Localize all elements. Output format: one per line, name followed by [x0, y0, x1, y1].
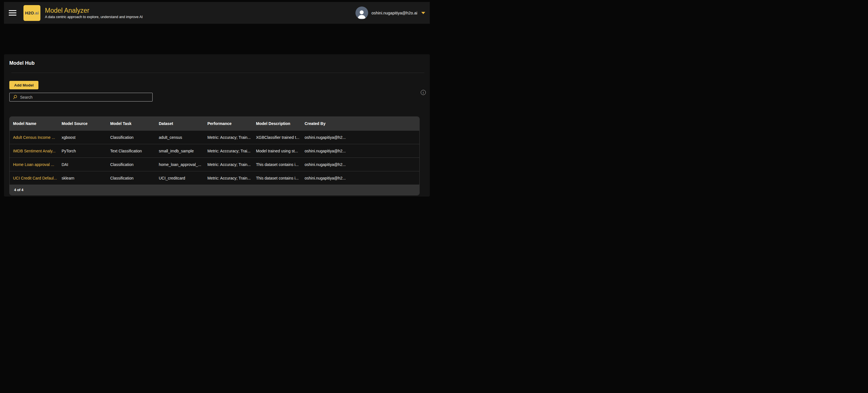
table-row: Home Loan approval ... DAI Classificatio… [10, 157, 419, 171]
model-name-link[interactable]: IMDB Sentiment Analy... [10, 149, 58, 153]
h2o-logo[interactable]: H2O.ai [24, 5, 40, 21]
model-hub-panel: Model Hub Add Model i Model Name Model S… [4, 54, 430, 196]
logo-brand-text: H2O [25, 10, 34, 15]
search-icon [13, 95, 18, 99]
col-header-model-description: Model Description [253, 121, 301, 126]
hamburger-bar [9, 10, 17, 11]
person-icon [356, 8, 367, 19]
table-header-row: Model Name Model Source Model Task Datas… [10, 117, 419, 130]
model-description-cell: This dataset contains i... [253, 176, 301, 180]
top-bar: H2O.ai Model Analyzer A data centric app… [4, 2, 430, 24]
app-subtitle: A data centric approach to explore, unde… [45, 15, 143, 19]
info-icon[interactable]: i [421, 90, 426, 95]
model-task-cell: Classification [107, 162, 155, 167]
dataset-cell: UCI_creditcard [155, 176, 204, 180]
row-count: 4 of 4 [14, 188, 24, 192]
col-header-created-by: Created By [301, 121, 350, 126]
model-description-cell: This dataset contains i... [253, 162, 301, 167]
model-task-cell: Text Classification [107, 149, 155, 153]
avatar [355, 6, 368, 19]
model-name-link[interactable]: UCI Credit Card Defaul... [10, 176, 58, 180]
performance-cell: Metric: Accuracy; Train... [204, 176, 253, 180]
hamburger-bar [9, 15, 17, 16]
user-email: oshini.nugapitiya@h2o.ai [372, 11, 417, 15]
dataset-cell: small_imdb_sample [155, 149, 204, 153]
col-header-model-name: Model Name [10, 121, 58, 126]
model-task-cell: Classification [107, 176, 155, 180]
model-name-link[interactable]: Home Loan approval ... [10, 162, 58, 167]
model-description-cell: Model trained using st... [253, 149, 301, 153]
app-title-block: Model Analyzer A data centric approach t… [45, 7, 143, 19]
model-name-link[interactable]: Adult Census Income ... [10, 135, 58, 140]
model-task-cell: Classification [107, 135, 155, 140]
model-source-cell: sklearn [58, 176, 107, 180]
created-by-cell: oshini.nugapitiya@h2... [301, 135, 350, 140]
chevron-down-icon[interactable] [421, 12, 425, 14]
col-header-performance: Performance [204, 121, 253, 126]
page-title: Model Hub [9, 54, 424, 66]
created-by-cell: oshini.nugapitiya@h2... [301, 149, 350, 153]
add-model-button[interactable]: Add Model [9, 81, 38, 89]
app-screen: H2O.ai Model Analyzer A data centric app… [0, 0, 434, 196]
model-description-cell: XGBClassifier trained t... [253, 135, 301, 140]
models-table: Model Name Model Source Model Task Datas… [9, 117, 420, 195]
table-footer: 4 of 4 [10, 185, 419, 195]
table-row: Adult Census Income ... xgboost Classifi… [10, 130, 419, 144]
app-title: Model Analyzer [45, 7, 143, 14]
table-row: IMDB Sentiment Analy... PyTorch Text Cla… [10, 144, 419, 157]
logo-suffix-text: .ai [34, 10, 39, 15]
performance-cell: Metric: Accuracy; Train... [204, 135, 253, 140]
search-input[interactable] [20, 95, 149, 99]
model-source-cell: DAI [58, 162, 107, 167]
search-box[interactable] [9, 93, 153, 101]
dataset-cell: home_loan_approval_... [155, 162, 204, 167]
performance-cell: Metric: Accuracy; Train... [204, 162, 253, 167]
model-source-cell: PyTorch [58, 149, 107, 153]
performance-cell: Metric: Acccuracy; Trai... [204, 149, 253, 153]
model-source-cell: xgboost [58, 135, 107, 140]
hamburger-bar [9, 12, 17, 13]
col-header-model-task: Model Task [107, 121, 155, 126]
created-by-cell: oshini.nugapitiya@h2... [301, 162, 350, 167]
hamburger-menu-icon[interactable] [9, 9, 17, 17]
col-header-model-source: Model Source [58, 121, 107, 126]
created-by-cell: oshini.nugapitiya@h2... [301, 176, 350, 180]
table-row: UCI Credit Card Defaul... sklearn Classi… [10, 171, 419, 185]
col-header-dataset: Dataset [155, 121, 204, 126]
user-menu[interactable]: oshini.nugapitiya@h2o.ai [355, 6, 425, 19]
dataset-cell: adult_census [155, 135, 204, 140]
